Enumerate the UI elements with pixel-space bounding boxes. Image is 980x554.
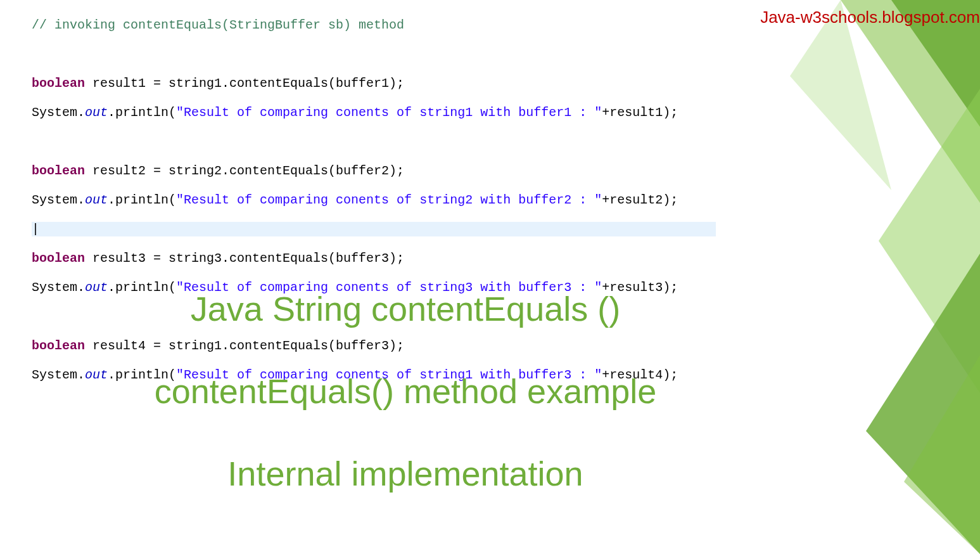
kw-boolean: boolean [32,251,85,266]
title-line-2: contentEquals() method example [0,371,811,412]
code-text: +result2); [602,193,678,207]
watermark-text: Java-w3schools.blogspot.com [760,8,980,27]
svg-marker-4 [904,355,980,554]
string-literal: "Result of comparing conents of string2 … [176,193,602,207]
code-text: result3 = string3.contentEquals(buffer3)… [85,251,404,266]
code-text: +result1); [602,105,678,120]
svg-marker-3 [866,254,980,554]
code-text: System. [32,105,85,120]
kw-boolean: boolean [32,164,85,178]
svg-marker-2 [879,89,980,393]
svg-marker-0 [841,0,980,203]
title-block: Java String contentEquals () contentEqua… [0,288,811,494]
string-literal: "Result of comparing conents of string1 … [176,105,602,120]
title-line-1: Java String contentEquals () [0,288,811,330]
static-out: out [85,193,108,207]
code-comment: // invoking contentEquals(StringBuffer s… [32,18,404,32]
highlighted-line: | [32,222,716,236]
static-out: out [85,105,108,120]
code-text: .println( [108,193,176,207]
kw-boolean: boolean [32,76,85,91]
code-text: result2 = string2.contentEquals(buffer2)… [85,164,404,178]
code-text: System. [32,193,85,207]
svg-marker-5 [790,0,891,190]
code-text: result1 = string1.contentEquals(buffer1)… [85,76,404,91]
title-line-3: Internal implementation [0,453,811,494]
code-text: .println( [108,105,176,120]
